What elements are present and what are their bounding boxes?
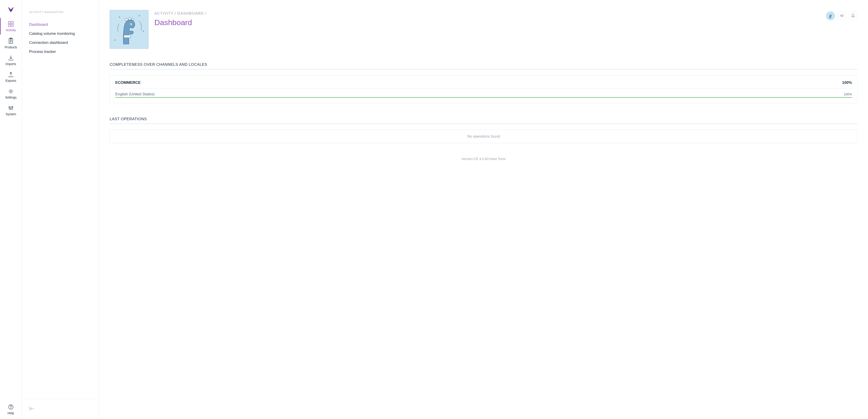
sidebar-item-label: Help [2,411,20,415]
system-icon [2,105,20,111]
exports-icon [2,72,20,77]
svg-rect-3 [11,24,13,27]
svg-point-25 [131,19,134,20]
svg-rect-2 [8,24,10,27]
completeness-section-title: COMPLETENESS OVER CHANNELS AND LOCALES [110,62,858,69]
page-hero-image [110,10,149,49]
channel-name: ECOMMERCE [115,80,141,85]
svg-point-24 [128,18,131,20]
svg-point-18 [12,107,13,107]
sidebar-item-activity[interactable]: Activity [0,18,22,35]
announcements-button[interactable] [837,11,846,20]
locale-name: English (United States) [115,92,155,97]
last-operations-section: LAST OPERATIONS No operations found [110,117,858,143]
main-content: ACTIVITY / DASHBOARD / Dashboard [99,0,868,419]
sidebar-item-help[interactable]: Help [0,401,22,418]
secondary-sidebar: ACTIVITY NAVIGATION Dashboard Catalog vo… [22,0,99,419]
sidebar-item-label: Settings [2,96,20,99]
last-operations-empty: No operations found [110,130,858,143]
sidebar-item-imports[interactable]: Imports [0,52,22,68]
subnav-item-process-tracker[interactable]: Process tracker [29,50,92,54]
locale-progress-bar [115,97,852,98]
svg-point-37 [831,15,831,15]
sidebar-item-label: Imports [2,62,20,66]
sidebar-item-label: Products [2,45,20,49]
secondary-sidebar-title: ACTIVITY NAVIGATION [29,10,92,14]
subnav-item-dashboard[interactable]: Dashboard [29,22,92,27]
svg-rect-4 [9,38,13,43]
svg-rect-0 [8,22,10,24]
bell-icon [851,13,855,19]
channel-percent: 100% [842,80,852,85]
collapse-sidebar-button[interactable] [28,406,35,412]
svg-point-14 [9,107,10,108]
user-avatar-button[interactable] [826,11,835,20]
sidebar-item-label: System [2,112,20,116]
page-title: Dashboard [154,18,826,27]
products-icon [2,38,20,44]
svg-rect-28 [124,35,131,38]
activity-icon [2,21,20,27]
primary-sidebar: Activity Products [0,0,22,419]
locale-percent: 100% [844,92,852,96]
svg-point-27 [130,24,131,25]
sidebar-item-exports[interactable]: Exports [0,68,22,85]
settings-icon [2,88,20,94]
sidebar-item-products[interactable]: Products [0,35,22,52]
megaphone-icon [839,13,844,19]
svg-rect-30 [119,17,120,17]
notifications-button[interactable] [848,11,858,20]
svg-point-16 [10,108,11,109]
completeness-section: COMPLETENESS OVER CHANNELS AND LOCALES E… [110,62,858,103]
sidebar-item-settings[interactable]: Settings [0,85,22,102]
sidebar-item-label: Exports [2,79,20,83]
svg-point-23 [125,19,128,21]
subnav-item-connection-dashboard[interactable]: Connection dashboard [29,40,92,45]
help-icon [2,404,20,410]
breadcrumb: ACTIVITY / DASHBOARD / [154,11,826,16]
sidebar-item-label: Activity [2,28,20,32]
svg-rect-34 [143,31,144,31]
imports-icon [2,55,20,61]
svg-rect-1 [11,22,13,24]
subnav-item-catalog-volume[interactable]: Catalog volume monitoring [29,31,92,36]
svg-point-20 [11,408,11,408]
brand-logo [6,0,16,18]
last-operations-section-title: LAST OPERATIONS [110,117,858,124]
completeness-panel: ECOMMERCE 100% English (United States) 1… [110,75,858,103]
version-footer: Version:CE 4.0.83 Hare Tonic [110,157,858,161]
sidebar-item-system[interactable]: System [0,102,22,119]
svg-point-12 [10,90,12,92]
svg-rect-32 [139,15,140,16]
